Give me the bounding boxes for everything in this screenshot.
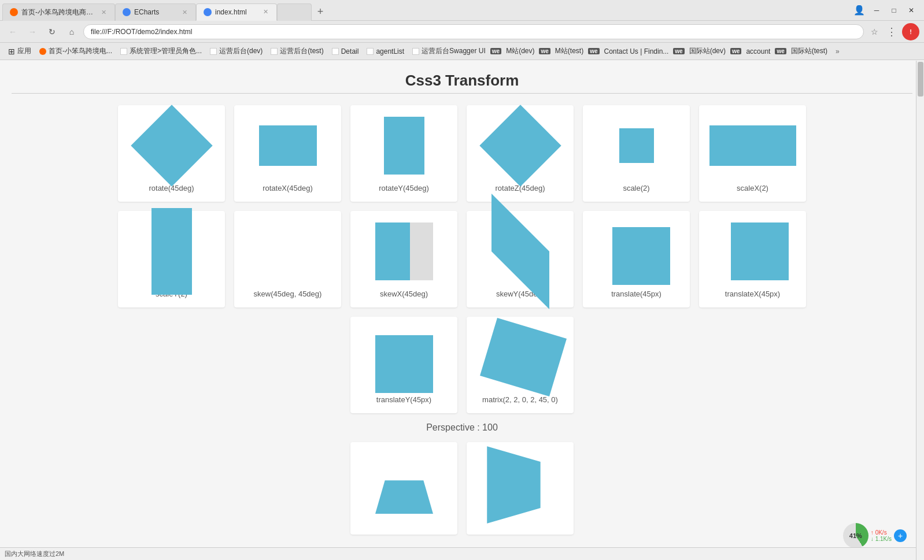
forward-button[interactable]: →: [24, 24, 40, 40]
tab-3[interactable]: index.html ✕: [196, 3, 277, 21]
card-matrix: matrix(2, 2, 0, 2, 45, 0): [467, 317, 574, 413]
refresh-button[interactable]: ↻: [44, 24, 60, 40]
maximize-button[interactable]: □: [886, 2, 902, 18]
tab-placeholder: [277, 3, 312, 21]
tab-close-1[interactable]: ✕: [100, 8, 108, 17]
transforms-row-2: scaleY(2) skew(45deg, 45deg) skewX(45deg…: [12, 211, 912, 307]
bookmark-favicon-2: [120, 48, 127, 55]
label-rotateX45: rotateX(45deg): [263, 184, 313, 192]
notification-badge: !: [902, 23, 919, 40]
bookmark-favicon-6: [367, 48, 374, 55]
status-bar: 国内大网络速度过2M: [0, 547, 916, 560]
address-input[interactable]: [83, 24, 864, 39]
demo-rotate45: [131, 105, 212, 186]
tab-favicon-1: [10, 8, 18, 16]
close-button[interactable]: ✕: [903, 2, 919, 18]
bookmark-favicon-7: [412, 48, 419, 55]
scrollbar[interactable]: [916, 61, 924, 560]
demo-rotateZ45: [479, 105, 561, 186]
speed-download: ↓ 1.1K/s: [871, 536, 892, 542]
bookmark-5[interactable]: Detail: [328, 46, 363, 57]
title-divider: [12, 93, 912, 94]
minimize-button[interactable]: ─: [868, 2, 885, 18]
we-label-1: we: [490, 48, 501, 54]
demo-rotateX45: [259, 125, 317, 166]
bookmark-label-7: 运营后台Swagger UI: [422, 46, 486, 56]
apps-label: 应用: [17, 46, 31, 56]
bookmark-label-10: Contact Us | Findin...: [604, 47, 669, 55]
card-skewY45: skewY(45deg): [467, 211, 574, 307]
tab-favicon-2: [123, 8, 131, 16]
bookmark-label-12: 国际站(test): [791, 46, 827, 56]
demo-skewX45: [375, 222, 433, 280]
bookmark-label-2: 系统管理>管理员角色...: [130, 46, 202, 56]
tab-close-3[interactable]: ✕: [262, 7, 269, 17]
tab-label-1: 首页-小笨鸟跨境电商平...: [21, 8, 97, 17]
card-rotateX45: rotateX(45deg): [234, 105, 341, 202]
perspective-row: [12, 442, 912, 535]
menu-button[interactable]: ⋮: [885, 25, 899, 39]
speed-add-button[interactable]: +: [894, 529, 907, 542]
user-icon-button[interactable]: 👤: [851, 2, 867, 18]
bookmark-7[interactable]: 运营后台Swagger UI: [409, 45, 489, 57]
bookmark-label-5: Detail: [341, 47, 359, 55]
card-rotate45: rotate(45deg): [118, 105, 225, 202]
transforms-row-3: translateY(45px) matrix(2, 2, 0, 2, 45, …: [12, 317, 912, 413]
demo-translateY45: [375, 335, 433, 393]
bookmarks-bar: ⊞ 应用 首页-小笨鸟跨境电... 系统管理>管理员角色... 运营后台(dev…: [0, 43, 924, 60]
page-title: Css3 Transform: [12, 72, 912, 90]
bookmark-3[interactable]: 运营后台(dev): [206, 45, 266, 57]
card-translate45: translate(45px): [583, 211, 690, 307]
transforms-row-1: rotate(45deg) rotateX(45deg) rotateY(45d…: [12, 105, 912, 202]
bookmark-9[interactable]: M站(test): [552, 45, 587, 57]
scrollbar-thumb[interactable]: [918, 62, 923, 97]
bookmark-label-11: 国际站(dev): [689, 46, 726, 56]
bookmark-star[interactable]: ☆: [867, 25, 881, 39]
label-skew45: skew(45deg, 45deg): [254, 290, 322, 298]
bookmark-8[interactable]: M站(dev): [502, 45, 538, 57]
bookmarks-apps[interactable]: ⊞ 应用: [5, 45, 35, 57]
label-rotateY45: rotateY(45deg): [379, 184, 429, 192]
bookmark-10[interactable]: Contact Us | Findin...: [601, 46, 672, 57]
label-scaleX2: scaleX(2): [737, 184, 768, 192]
tab-bar: 首页-小笨鸟跨境电商平... ✕ ECharts ✕ index.html ✕ …: [0, 0, 847, 21]
label-scale2: scale(2): [623, 184, 649, 192]
bookmark-favicon-5: [332, 48, 339, 55]
card-p2: [467, 442, 574, 535]
bookmark-6[interactable]: agentList: [363, 46, 408, 57]
bookmark-label-4: 运营后台(test): [280, 46, 323, 56]
status-text: 国内大网络速度过2M: [5, 550, 64, 558]
bookmark-12[interactable]: 国际站(test): [788, 45, 831, 57]
back-button[interactable]: ←: [5, 24, 21, 40]
card-scaleY2: scaleY(2): [118, 211, 225, 307]
label-translateY45: translateY(45px): [376, 395, 431, 404]
speed-percent: 41%: [849, 532, 862, 539]
tab-favicon-3: [204, 8, 212, 16]
demo-p1: [375, 480, 433, 514]
bookmark-label-account: account: [746, 47, 770, 55]
we-label-5: we: [730, 48, 741, 54]
bookmark-label-1: 首页-小笨鸟跨境电...: [49, 46, 112, 56]
card-p1: [350, 442, 457, 535]
tab-2[interactable]: ECharts ✕: [115, 3, 196, 21]
bookmarks-more[interactable]: »: [832, 46, 843, 57]
bookmark-label-6: agentList: [376, 47, 404, 55]
card-translateY45: translateY(45px): [350, 317, 457, 413]
home-button[interactable]: ⌂: [64, 24, 80, 40]
demo-translateX45: [731, 222, 789, 280]
page-content: Css3 Transform rotate(45deg) rotateX(45d…: [0, 60, 924, 560]
demo-translate45: [612, 227, 670, 285]
tab-close-2[interactable]: ✕: [181, 8, 189, 17]
bookmark-11[interactable]: 国际站(dev): [686, 45, 729, 57]
bookmark-1[interactable]: 首页-小笨鸟跨境电...: [36, 45, 116, 57]
label-matrix: matrix(2, 2, 0, 2, 45, 0): [482, 395, 558, 404]
bookmark-2[interactable]: 系统管理>管理员角色...: [117, 45, 205, 57]
speed-upload: ↑ 0K/s: [871, 529, 892, 536]
new-tab-button[interactable]: +: [312, 3, 329, 21]
tab-1[interactable]: 首页-小笨鸟跨境电商平... ✕: [2, 3, 115, 21]
bookmark-label-3: 运营后台(dev): [219, 46, 263, 56]
bookmark-4[interactable]: 运营后台(test): [267, 45, 327, 57]
card-rotateZ45: rotateZ(45deg): [467, 105, 574, 202]
bookmark-account[interactable]: account: [742, 46, 774, 57]
card-skewX45: skewX(45deg): [350, 211, 457, 307]
